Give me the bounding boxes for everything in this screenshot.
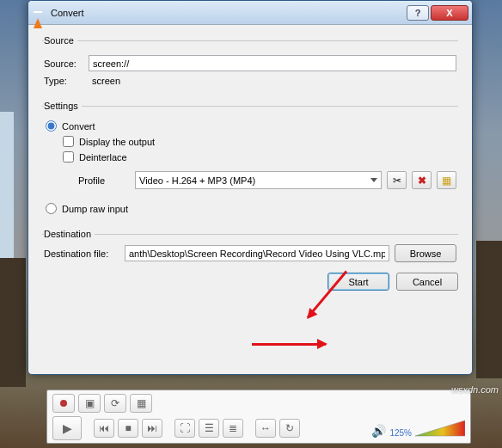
prev-button[interactable]: ⏮	[94, 419, 114, 438]
titlebar[interactable]: Convert ? X	[28, 1, 472, 25]
volume-percent: 125%	[389, 428, 412, 438]
type-label: Type:	[44, 76, 89, 86]
background-decor	[476, 241, 502, 378]
frame-button[interactable]: ▦	[130, 394, 152, 413]
display-output-checkbox[interactable]	[63, 136, 74, 147]
speaker-icon[interactable]: 🔊	[371, 424, 386, 438]
new-profile-button[interactable]: ▦	[437, 171, 456, 189]
destination-file-label: Destination file:	[44, 249, 119, 259]
background-decor	[0, 112, 14, 258]
profile-label: Profile	[78, 175, 130, 186]
loop-ab-button[interactable]: ⟳	[104, 394, 126, 413]
wrench-icon: ✂	[393, 175, 401, 187]
source-legend: Source	[44, 35, 77, 46]
play-button[interactable]: ▶	[52, 416, 82, 440]
display-output-label: Display the output	[79, 137, 155, 147]
loop-icon: ⟳	[111, 398, 119, 408]
record-icon	[60, 400, 67, 407]
frame-icon: ▦	[137, 398, 146, 408]
stop-icon: ■	[125, 423, 131, 433]
settings-group: Settings Convert Display the output Dein…	[42, 101, 458, 218]
settings-legend: Settings	[44, 101, 82, 111]
playlist-button[interactable]: ≣	[223, 419, 243, 438]
dialog-content: Source Source: Type: screen Settings Con…	[28, 25, 472, 301]
profile-combo[interactable]: Video - H.264 + MP3 (MP4)	[135, 171, 382, 189]
type-value: screen	[89, 76, 120, 86]
skip-forward-icon: ⏭	[147, 423, 157, 433]
repeat-button[interactable]: ↻	[279, 419, 300, 438]
dump-raw-label: Dump raw input	[62, 204, 128, 214]
volume-triangle-icon	[415, 419, 465, 438]
dump-raw-radio[interactable]	[46, 203, 57, 214]
deinterlace-checkbox[interactable]	[63, 151, 74, 163]
window-title: Convert	[51, 8, 405, 18]
source-group: Source Source: Type: screen	[42, 35, 458, 90]
annotation-arrow	[252, 343, 326, 346]
stop-button[interactable]: ■	[118, 419, 138, 438]
destination-group: Destination Destination file: Browse	[42, 229, 458, 262]
convert-radio[interactable]	[46, 120, 57, 132]
destination-file-input[interactable]	[125, 245, 389, 261]
snapshot-button[interactable]: ▣	[78, 394, 101, 413]
repeat-icon: ↻	[285, 423, 294, 433]
background-decor	[0, 258, 26, 387]
delete-profile-button[interactable]: ✖	[412, 171, 432, 189]
profile-value: Video - H.264 + MP3 (MP4)	[139, 175, 255, 186]
close-button[interactable]: X	[431, 5, 468, 21]
volume-slider[interactable]	[415, 419, 465, 438]
player-toolbar: ▣ ⟳ ▦ ▶ ⏮ ■ ⏭ ⛶ ☰ ≣ ↔ ↻ 🔊 125%	[46, 390, 471, 444]
fullscreen-icon: ⛶	[180, 423, 190, 433]
edit-profile-button[interactable]: ✂	[387, 171, 407, 189]
chevron-down-icon	[370, 178, 377, 182]
source-label: Source:	[44, 58, 89, 69]
destination-legend: Destination	[44, 229, 95, 239]
convert-radio-label: Convert	[62, 121, 95, 132]
playlist-icon: ≣	[229, 423, 237, 433]
cancel-button[interactable]: Cancel	[396, 273, 458, 291]
extended-settings-button[interactable]: ☰	[199, 419, 219, 438]
help-button[interactable]: ?	[407, 5, 429, 21]
camera-icon: ▣	[85, 398, 95, 408]
next-button[interactable]: ⏭	[142, 419, 162, 438]
shuffle-icon: ↔	[260, 423, 271, 433]
source-input[interactable]	[89, 55, 456, 71]
vlc-cone-icon	[34, 8, 46, 18]
play-icon: ▶	[63, 422, 72, 434]
fullscreen-button[interactable]: ⛶	[174, 419, 195, 438]
browse-button[interactable]: Browse	[395, 244, 456, 262]
watermark: wsxdn.com	[451, 384, 499, 395]
shuffle-button[interactable]: ↔	[255, 419, 276, 438]
equalizer-icon: ☰	[205, 423, 214, 433]
new-icon: ▦	[442, 175, 451, 187]
convert-dialog: Convert ? X Source Source: Type: screen …	[28, 0, 473, 375]
record-button[interactable]	[52, 394, 75, 413]
deinterlace-label: Deinterlace	[79, 152, 127, 163]
delete-icon: ✖	[418, 175, 426, 187]
skip-back-icon: ⏮	[99, 423, 109, 433]
svg-marker-0	[415, 420, 465, 436]
